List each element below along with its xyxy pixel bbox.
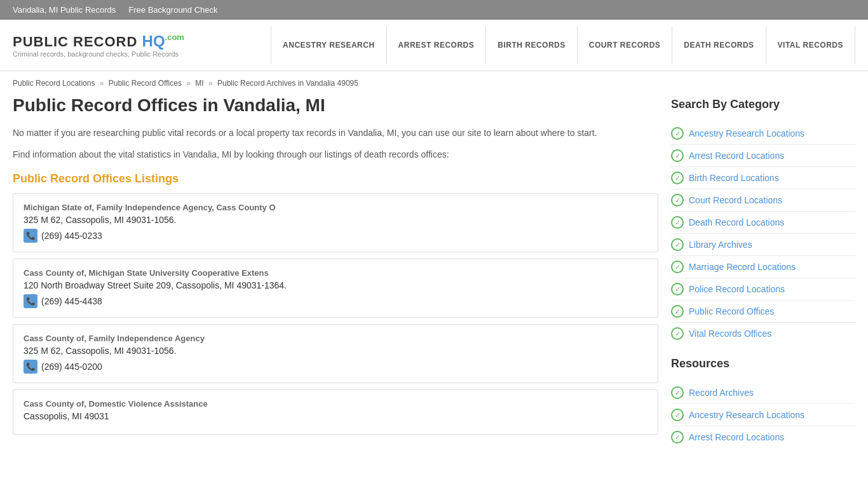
phone-icon: 📞 <box>24 294 37 308</box>
logo-public: PUBLIC RECORD <box>13 34 137 50</box>
listing-card: Michigan State of, Family Independence A… <box>13 193 658 252</box>
check-icon: ✓ <box>671 386 684 399</box>
page-title: Public Record Offices in Vandalia, MI <box>13 95 658 116</box>
sidebar-item-label: Police Record Locations <box>689 284 785 294</box>
phone-icon: 📞 <box>24 360 37 374</box>
sidebar-item-label: Death Record Locations <box>689 217 784 227</box>
breadcrumb-public-record-offices[interactable]: Public Record Offices <box>109 79 182 88</box>
sidebar-item-label: Birth Record Locations <box>689 173 779 183</box>
check-icon: ✓ <box>671 261 684 273</box>
nav-birth[interactable]: BIRTH RECORDS <box>486 26 578 64</box>
check-icon: ✓ <box>671 431 684 444</box>
nav-arrest[interactable]: ARREST RECORDS <box>387 26 487 64</box>
check-icon: ✓ <box>671 149 684 162</box>
breadcrumb-current[interactable]: Public Record Archives in Vandalia 49095 <box>217 79 358 88</box>
sidebar-item-ancestry-research-resources[interactable]: ✓ Ancestry Research Locations <box>671 404 855 426</box>
sidebar: Search By Category ✓ Ancestry Research L… <box>671 95 855 461</box>
check-icon: ✓ <box>671 216 684 229</box>
logo-hq: HQ <box>142 32 165 50</box>
check-icon: ✓ <box>671 409 684 421</box>
main-nav: ANCESTRY RESEARCH ARREST RECORDS BIRTH R… <box>184 26 855 64</box>
check-icon: ✓ <box>671 283 684 295</box>
listings-title: Public Record Offices Listings <box>13 172 658 186</box>
phone-icon: 📞 <box>24 229 37 243</box>
phone-number[interactable]: (269) 445-4438 <box>41 296 102 306</box>
breadcrumb-public-record-locations[interactable]: Public Record Locations <box>13 79 95 88</box>
sidebar-item-label: Arrest Record Locations <box>689 151 784 161</box>
listing-address: Cassopolis, MI 49031 <box>24 411 648 421</box>
phone-number[interactable]: (269) 445-0233 <box>41 231 102 241</box>
nav-vital[interactable]: VITAL RECORDS <box>766 26 855 64</box>
sidebar-item-police-record[interactable]: ✓ Police Record Locations <box>671 278 855 301</box>
sidebar-item-label: Court Record Locations <box>689 195 782 205</box>
listing-address: 325 M 62, Cassopolis, MI 49031-1056. <box>24 346 648 356</box>
content-area: Public Record Offices in Vandalia, MI No… <box>13 95 658 461</box>
main-container: Public Record Offices in Vandalia, MI No… <box>0 95 868 473</box>
check-icon: ✓ <box>671 194 684 207</box>
listing-phone: 📞 (269) 445-0200 <box>24 360 648 374</box>
sidebar-item-library-archives[interactable]: ✓ Library Archives <box>671 234 855 256</box>
logo-tagline: Criminal records, background checks, Pub… <box>13 50 184 58</box>
sidebar-search-title: Search By Category <box>671 98 855 115</box>
sidebar-item-vital-records[interactable]: ✓ Vital Records Offices <box>671 323 855 344</box>
logo[interactable]: PUBLIC RECORD HQ.com <box>13 32 184 49</box>
sidebar-item-label: Marriage Record Locations <box>689 262 796 272</box>
sidebar-item-arrest-record[interactable]: ✓ Arrest Record Locations <box>671 145 855 167</box>
check-icon: ✓ <box>671 172 684 184</box>
nav-court[interactable]: COURT RECORDS <box>578 26 673 64</box>
check-icon: ✓ <box>671 327 684 340</box>
sidebar-item-label: Library Archives <box>689 240 752 250</box>
sidebar-item-court-record[interactable]: ✓ Court Record Locations <box>671 189 855 212</box>
sidebar-item-ancestry-research[interactable]: ✓ Ancestry Research Locations <box>671 123 855 145</box>
intro-text-1: No matter if you are researching public … <box>13 126 658 140</box>
nav-ancestry[interactable]: ANCESTRY RESEARCH <box>271 26 387 64</box>
breadcrumb: Public Record Locations » Public Record … <box>0 71 868 95</box>
sidebar-item-label: Arrest Record Locations <box>689 432 784 442</box>
listing-address: 120 North Broadway Street Suite 209, Cas… <box>24 280 648 290</box>
nav-death[interactable]: DEATH RECORDS <box>672 26 766 64</box>
top-bar: Vandalia, MI Public Records Free Backgro… <box>0 0 868 20</box>
listing-card: Cass County of, Domestic Violence Assist… <box>13 390 658 435</box>
listing-name: Cass County of, Family Independence Agen… <box>24 334 648 343</box>
listing-name: Michigan State of, Family Independence A… <box>24 203 648 212</box>
sidebar-item-label: Vital Records Offices <box>689 329 771 339</box>
logo-dotcom: .com <box>165 32 184 42</box>
topbar-link-vandalia[interactable]: Vandalia, MI Public Records <box>13 5 116 15</box>
sidebar-item-record-archives[interactable]: ✓ Record Archives <box>671 382 855 404</box>
phone-number[interactable]: (269) 445-0200 <box>41 362 102 372</box>
sidebar-item-label: Record Archives <box>689 388 754 398</box>
sidebar-item-arrest-record-resources[interactable]: ✓ Arrest Record Locations <box>671 426 855 448</box>
sidebar-item-death-record[interactable]: ✓ Death Record Locations <box>671 212 855 234</box>
sidebar-item-label: Ancestry Research Locations <box>689 128 804 139</box>
check-icon: ✓ <box>671 305 684 318</box>
topbar-link-background[interactable]: Free Background Check <box>128 5 217 15</box>
listing-phone: 📞 (269) 445-4438 <box>24 294 648 308</box>
check-icon: ✓ <box>671 127 684 140</box>
sidebar-resources-title: Resources <box>671 357 855 374</box>
sidebar-item-label: Public Record Offices <box>689 306 774 316</box>
listing-name: Cass County of, Domestic Violence Assist… <box>24 399 648 409</box>
logo-area: PUBLIC RECORD HQ.com Criminal records, b… <box>13 32 184 58</box>
check-icon: ✓ <box>671 238 684 251</box>
sidebar-item-marriage-record[interactable]: ✓ Marriage Record Locations <box>671 256 855 278</box>
listing-name: Cass County of, Michigan State Universit… <box>24 268 648 278</box>
listing-phone: 📞 (269) 445-0233 <box>24 229 648 243</box>
listing-address: 325 M 62, Cassopolis, MI 49031-1056. <box>24 215 648 225</box>
breadcrumb-mi[interactable]: MI <box>195 79 203 88</box>
sidebar-resources-section: Resources ✓ Record Archives ✓ Ancestry R… <box>671 357 855 448</box>
sidebar-category-section: Search By Category ✓ Ancestry Research L… <box>671 98 855 344</box>
sidebar-item-public-record-offices[interactable]: ✓ Public Record Offices <box>671 301 855 323</box>
header: PUBLIC RECORD HQ.com Criminal records, b… <box>0 20 868 71</box>
intro-text-2: Find information about the vital statist… <box>13 147 658 161</box>
listing-card: Cass County of, Family Independence Agen… <box>13 324 658 383</box>
listing-card: Cass County of, Michigan State Universit… <box>13 259 658 318</box>
sidebar-item-birth-record[interactable]: ✓ Birth Record Locations <box>671 167 855 189</box>
sidebar-item-label: Ancestry Research Locations <box>689 410 804 420</box>
